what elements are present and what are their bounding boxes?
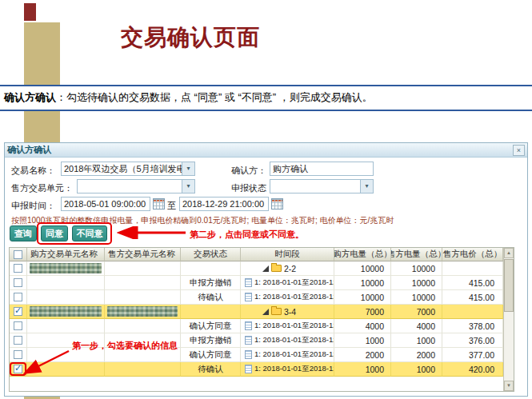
time-to-input[interactable]: 2018-12-29 21:00:00	[179, 197, 269, 211]
col-header-buy-qty[interactable]: 购方电量（总）	[334, 248, 391, 261]
col-header-price[interactable]: 售方电价（总）	[442, 248, 503, 261]
buyer-name-cell	[27, 276, 105, 290]
row-checkbox[interactable]	[14, 307, 22, 316]
document-icon	[245, 278, 252, 287]
period-text: 1: 2018-01-01至2018-12-3	[254, 277, 334, 288]
period-text: 1: 2018-01-01至2018-12-3	[254, 349, 334, 360]
table-row: 2-2 10000 10000	[10, 261, 514, 276]
period-text: 2-2	[284, 264, 296, 273]
folder-icon	[271, 265, 282, 272]
buy-qty-cell: 4000	[334, 319, 391, 333]
chevron-down-icon[interactable]: ▾	[182, 180, 194, 193]
table-row: 待确认 1: 2018-01-01至2018-12-3 10000 10000 …	[10, 290, 514, 305]
buttons-highlight-box	[37, 222, 112, 245]
chevron-down-icon[interactable]: ▾	[182, 162, 194, 175]
calendar-icon[interactable]	[153, 198, 165, 209]
seller-name-cell	[105, 362, 181, 377]
status-cell	[181, 261, 241, 276]
table-body: 2-2 10000 10000 申报方撤销 1: 2018-01-01至2018…	[10, 261, 514, 377]
table-scrollbar[interactable]: ▲ ▼	[503, 248, 514, 391]
seller-unit-label: 售方交易单元：	[11, 182, 73, 194]
scroll-thumb[interactable]	[504, 259, 514, 312]
trade-name-value: 2018年双边交易（5月培训发电企	[64, 163, 194, 175]
period-cell: 1: 2018-01-01至2018-12-3	[241, 276, 334, 290]
price-cell: 415.00	[442, 290, 503, 305]
seller-name-cell	[105, 261, 181, 276]
confirm-party-input[interactable]: 购方确认	[270, 162, 374, 176]
buy-qty-cell: 1000	[334, 333, 391, 348]
period-cell: 3-4	[241, 305, 334, 319]
instruction-text: ：勾选待确认的交易数据，点 “同意” 或 “不同意” ，则完成交易确认。	[56, 91, 373, 103]
trade-name-select[interactable]: 2018年双边交易（5月培训发电企 ▾	[61, 162, 195, 176]
price-cell	[442, 305, 503, 319]
row-checkbox[interactable]	[14, 264, 22, 273]
document-icon	[245, 321, 252, 330]
period-text: 1: 2018-01-01至2018-12-3	[254, 321, 334, 331]
period-cell: 1: 2018-01-01至2018-12-3	[241, 362, 334, 377]
scroll-down-icon[interactable]: ▼	[504, 381, 514, 391]
declare-status-label: 申报状态：	[231, 182, 275, 194]
step2-arrow	[112, 226, 189, 239]
tree-expand-icon[interactable]	[262, 265, 269, 272]
row-checkbox[interactable]	[14, 336, 22, 345]
row-checkbox[interactable]	[14, 321, 22, 330]
row-select-cell	[10, 276, 27, 290]
checkbox-wrap	[14, 307, 22, 316]
sell-qty-cell: 1000	[391, 362, 442, 377]
time-from-input[interactable]: 2018-05-01 09:00:00	[61, 197, 150, 211]
masked-buyer-name	[30, 263, 102, 273]
page-title: 交易确认页面	[121, 22, 260, 53]
sell-qty-cell: 1000	[391, 333, 442, 348]
col-header-buyer[interactable]: 购方交易单元名称	[27, 248, 105, 261]
trade-name-label: 交易名称：	[11, 165, 55, 177]
seller-unit-select[interactable]: ▾	[77, 179, 195, 194]
transaction-table: 购方交易单元名称 售方交易单元名称 交易状态 时间段 购方电量（总） 售方电量（…	[9, 247, 514, 392]
buy-qty-cell: 10000	[334, 276, 391, 290]
status-cell: 申报方撤销	[181, 333, 241, 348]
col-header-sell-qty[interactable]: 售方电量（总）	[391, 248, 442, 261]
price-cell	[442, 261, 503, 276]
slide-corner-decor	[24, 3, 36, 21]
close-button[interactable]: ×	[513, 145, 525, 156]
calendar-icon[interactable]	[271, 198, 283, 209]
chevron-down-icon[interactable]: ▾	[360, 180, 373, 193]
document-icon	[245, 293, 252, 301]
price-cell: 378.00	[442, 319, 503, 333]
masked-seller-name	[107, 306, 178, 317]
step1-arrow	[18, 348, 80, 380]
to-label: 至	[167, 200, 176, 212]
document-icon	[245, 365, 252, 373]
buyer-name-cell	[27, 261, 105, 276]
row-checkbox[interactable]	[14, 293, 22, 301]
select-all-checkbox[interactable]	[14, 250, 22, 259]
period-text: 3-4	[284, 307, 296, 317]
folder-icon	[271, 308, 282, 315]
period-text: 1: 2018-01-01至2018-12-3	[254, 292, 334, 302]
window-titlebar: 确认方确认 ×	[5, 143, 527, 158]
seller-name-cell	[105, 276, 181, 290]
scroll-up-icon[interactable]: ▲	[504, 248, 514, 258]
declare-status-select[interactable]: ▾	[270, 179, 374, 194]
row-select-cell	[10, 261, 27, 276]
status-cell: 确认方同意	[181, 348, 241, 362]
query-button[interactable]: 查询	[10, 225, 37, 241]
step1-annotation: 第一步，勾选要确认的信息	[72, 340, 178, 352]
row-select-cell	[10, 290, 27, 305]
col-header-status[interactable]: 交易状态	[181, 248, 241, 261]
col-header-period[interactable]: 时间段	[241, 248, 334, 261]
status-cell: 待确认	[181, 362, 241, 377]
confirm-dialog: 确认方确认 × 交易名称： 2018年双边交易（5月培训发电企 ▾ 确认方： 购…	[4, 142, 528, 397]
col-header-seller[interactable]: 售方交易单元名称	[105, 248, 181, 261]
period-cell: 1: 2018-01-01至2018-12-3	[241, 333, 334, 348]
sell-qty-cell: 10000	[391, 276, 442, 290]
status-cell	[181, 305, 241, 319]
price-cell: 415.00	[442, 276, 503, 290]
checkbox-wrap	[14, 278, 22, 287]
row-checkbox[interactable]	[14, 278, 22, 287]
tree-expand-icon[interactable]	[262, 309, 269, 315]
confirm-party-value: 购方确认	[273, 163, 308, 175]
buy-qty-cell: 7000	[334, 305, 391, 319]
row-select-cell	[10, 333, 27, 348]
table-row: 申报方撤销 1: 2018-01-01至2018-12-3 10000 1000…	[10, 276, 514, 290]
table-row: 3-4 7000 7000	[10, 305, 514, 319]
